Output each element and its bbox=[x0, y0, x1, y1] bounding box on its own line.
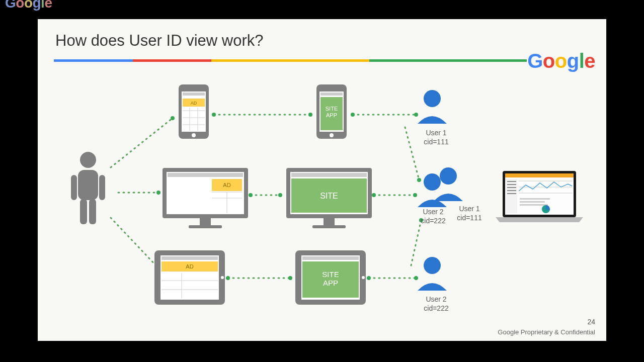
user2-icon bbox=[418, 257, 447, 291]
device-tablet-siteapp: SITE APP bbox=[295, 250, 366, 305]
footer-text: Google Proprietary & Confidential bbox=[498, 328, 595, 336]
svg-line-0 bbox=[111, 118, 173, 167]
watermark-google-logo: Google bbox=[5, 0, 52, 11]
svg-point-12 bbox=[156, 191, 160, 195]
device-phone-ad: AD bbox=[179, 84, 209, 139]
svg-rect-94 bbox=[507, 187, 516, 188]
svg-point-18 bbox=[249, 193, 253, 197]
svg-text:SITE: SITE bbox=[322, 270, 339, 279]
svg-text:SITE: SITE bbox=[326, 106, 338, 112]
svg-point-28 bbox=[80, 152, 96, 168]
svg-rect-54 bbox=[168, 173, 243, 177]
device-tablet-ad: AD bbox=[154, 250, 225, 305]
user1-label: User 1cid=111 bbox=[416, 128, 456, 146]
svg-point-16 bbox=[351, 113, 355, 117]
svg-point-26 bbox=[417, 178, 421, 182]
svg-point-68 bbox=[424, 173, 441, 191]
svg-point-43 bbox=[192, 133, 196, 137]
svg-rect-80 bbox=[302, 256, 359, 260]
device-desktop-site: SITE bbox=[286, 168, 372, 228]
svg-point-14 bbox=[212, 113, 216, 117]
svg-point-22 bbox=[226, 276, 230, 280]
svg-rect-36 bbox=[183, 93, 205, 96]
user-pair-left-label: User 2cid=222 bbox=[413, 207, 453, 225]
label-ad: AD bbox=[186, 263, 193, 269]
svg-rect-93 bbox=[507, 184, 516, 185]
svg-point-17 bbox=[414, 113, 418, 117]
svg-rect-59 bbox=[200, 218, 211, 226]
user2-label: User 2cid=222 bbox=[416, 295, 456, 313]
svg-line-10 bbox=[411, 220, 421, 265]
svg-point-19 bbox=[278, 193, 282, 197]
svg-rect-98 bbox=[520, 201, 545, 203]
svg-point-11 bbox=[171, 116, 175, 120]
label-site: SITE bbox=[320, 192, 338, 200]
svg-point-84 bbox=[362, 276, 365, 279]
user-pair-right-label: User 1cid=111 bbox=[449, 204, 490, 222]
svg-rect-60 bbox=[189, 225, 222, 228]
diagram-canvas: AD SITE APP AD bbox=[38, 19, 606, 341]
label-ad: AD bbox=[223, 182, 230, 188]
svg-rect-65 bbox=[324, 218, 335, 226]
device-laptop-analytics bbox=[496, 171, 583, 222]
svg-point-51 bbox=[424, 90, 441, 107]
svg-rect-95 bbox=[507, 190, 516, 191]
svg-rect-72 bbox=[162, 256, 218, 260]
svg-rect-30 bbox=[71, 175, 77, 200]
svg-point-15 bbox=[308, 113, 312, 117]
svg-text:APP: APP bbox=[323, 279, 338, 287]
svg-point-21 bbox=[413, 193, 417, 197]
user-pair-icon bbox=[418, 167, 463, 207]
label-ad: AD bbox=[191, 101, 197, 106]
svg-rect-33 bbox=[89, 199, 96, 224]
svg-point-25 bbox=[414, 276, 418, 280]
svg-rect-32 bbox=[80, 199, 87, 224]
svg-rect-46 bbox=[320, 93, 343, 96]
svg-rect-96 bbox=[507, 193, 516, 194]
svg-rect-99 bbox=[520, 204, 548, 206]
device-desktop-ad: AD bbox=[163, 168, 248, 228]
svg-point-50 bbox=[330, 133, 334, 137]
svg-rect-29 bbox=[78, 170, 98, 200]
svg-point-20 bbox=[372, 193, 376, 197]
svg-rect-92 bbox=[507, 181, 516, 182]
page-number: 24 bbox=[587, 318, 595, 326]
svg-rect-63 bbox=[291, 173, 367, 177]
svg-rect-97 bbox=[520, 198, 550, 200]
svg-rect-35 bbox=[182, 92, 206, 132]
svg-point-77 bbox=[221, 276, 224, 279]
user1-icon bbox=[418, 90, 447, 124]
svg-point-67 bbox=[440, 167, 457, 185]
svg-rect-53 bbox=[167, 172, 244, 214]
svg-point-23 bbox=[288, 276, 292, 280]
svg-text:APP: APP bbox=[326, 112, 337, 118]
person-icon bbox=[71, 152, 105, 224]
svg-point-24 bbox=[367, 276, 371, 280]
slide: How does User ID view work? Google bbox=[38, 19, 606, 341]
device-phone-siteapp: SITE APP bbox=[316, 84, 347, 139]
svg-rect-31 bbox=[99, 175, 105, 200]
svg-rect-87 bbox=[505, 173, 574, 177]
svg-point-69 bbox=[424, 257, 441, 274]
svg-rect-66 bbox=[312, 225, 346, 228]
